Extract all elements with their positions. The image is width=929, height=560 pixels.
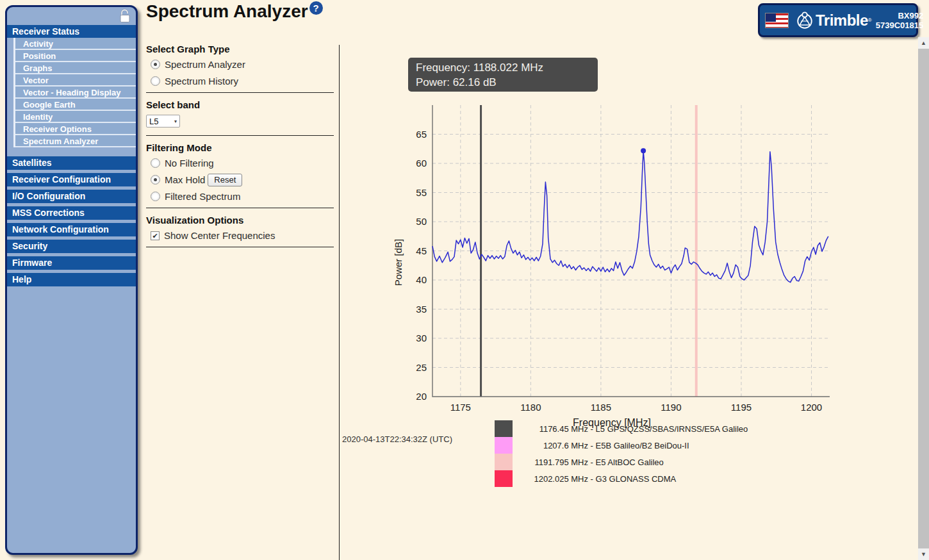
svg-text:Power [dB]: Power [dB] [393, 239, 404, 286]
svg-text:55: 55 [416, 187, 427, 198]
timestamp: 2020-04-13T22:34:32Z (UTC) [342, 434, 452, 444]
checkbox-row-show-center-frequencies[interactable]: ✔ Show Center Frequencies [151, 230, 334, 241]
svg-text:50: 50 [416, 216, 427, 227]
sidebar-section-receiver-status[interactable]: Receiver Status [7, 25, 136, 38]
radio-label: Spectrum Analyzer [165, 59, 245, 70]
legend-row: 1191.795 MHz - E5 AltBOC Galileo [495, 454, 748, 470]
sidebar-section-firmware[interactable]: Firmware [7, 256, 136, 270]
radio-row-no-filtering[interactable]: No Filtering [151, 158, 334, 169]
svg-text:1175: 1175 [450, 402, 471, 413]
legend-swatch-g3 [495, 470, 513, 487]
svg-text:25: 25 [416, 362, 427, 373]
svg-text:1195: 1195 [731, 402, 752, 413]
svg-text:65: 65 [416, 129, 427, 140]
scroll-up-icon[interactable]: ▲ [918, 37, 929, 49]
divider [146, 135, 334, 136]
registered-mark: ® [868, 17, 872, 23]
checkbox-show-center-frequencies[interactable]: ✔ [151, 231, 160, 240]
sidebar-item-identity[interactable]: Identity [15, 111, 136, 123]
legend-sep: - [588, 424, 596, 434]
svg-text:20: 20 [416, 391, 427, 402]
sidebar-item-receiver-options[interactable]: Receiver Options [15, 123, 136, 135]
filtering-title: Filtering Mode [146, 142, 334, 153]
reset-button[interactable]: Reset [208, 174, 242, 186]
visualization-title: Visualization Options [146, 215, 334, 226]
sidebar-menu: Receiver Status Activity Position Graphs… [7, 25, 136, 286]
legend-freq: 1191.795 MHz [518, 457, 588, 467]
sidebar-item-graphs[interactable]: Graphs [15, 62, 136, 74]
legend-freq: 1207.6 MHz [518, 441, 588, 450]
scroll-down-icon[interactable]: ▼ [918, 548, 929, 560]
brand-banner: Trimble® BX992 5739C01815 [758, 3, 918, 37]
chevron-down-icon: ▾ [174, 119, 177, 124]
checkbox-label: Show Center Frequencies [164, 230, 275, 241]
legend-freq: 1202.025 MHz [518, 474, 588, 484]
legend-name: E5 AltBOC Galileo [596, 457, 664, 467]
legend-name: E5B Galileo/B2 BeiDou-II [596, 441, 689, 450]
radio-no-filtering[interactable] [151, 158, 160, 168]
radio-label: Filtered Spectrum [165, 191, 240, 202]
sidebar-section-security[interactable]: Security [7, 240, 136, 253]
radio-row-spectrum-analyzer[interactable]: Spectrum Analyzer [151, 59, 334, 70]
sidebar-item-position[interactable]: Position [15, 50, 136, 62]
tooltip-frequency: Frequency: 1188.022 MHz [416, 60, 590, 75]
trimble-wordmark: Trimble [816, 12, 868, 29]
legend-row: 1207.6 MHz - E5B Galileo/B2 BeiDou-II [495, 437, 748, 454]
svg-text:1200: 1200 [801, 402, 822, 413]
sidebar-item-google-earth[interactable]: Google Earth [15, 99, 136, 111]
graph-type-title: Select Graph Type [146, 44, 334, 54]
sidebar: Receiver Status Activity Position Graphs… [5, 5, 138, 555]
page-title-text: Spectrum Analyzer [146, 1, 308, 21]
radio-max-hold[interactable] [151, 175, 160, 185]
device-id: BX992 5739C01815 [876, 11, 923, 30]
radio-row-max-hold[interactable]: Max Hold Reset [151, 174, 334, 185]
radio-label: No Filtering [165, 158, 214, 169]
vertical-scrollbar[interactable]: ▲ ▼ [918, 37, 929, 560]
radio-spectrum-history[interactable] [151, 76, 160, 86]
radio-spectrum-analyzer[interactable] [151, 60, 160, 69]
trimble-emblem-icon [795, 11, 814, 30]
svg-text:1185: 1185 [591, 402, 611, 413]
sidebar-item-spectrum-analyzer[interactable]: Spectrum Analyzer [15, 135, 136, 147]
sidebar-item-vector-heading-display[interactable]: Vector - Heading Display [15, 86, 136, 99]
legend-row: 1176.45 MHz - L5 GPS/QZSS/SBAS/IRNSS/E5A… [495, 420, 748, 437]
us-flag-icon [765, 13, 789, 28]
legend-swatch-e5-altboc [495, 454, 513, 470]
sidebar-section-network-configuration[interactable]: Network Configuration [7, 223, 136, 236]
svg-text:30: 30 [416, 333, 427, 343]
legend-sep: - [588, 457, 596, 467]
sidebar-section-satellites[interactable]: Satellites [7, 156, 136, 170]
controls-panel: Select Graph Type Spectrum Analyzer Spec… [146, 44, 334, 254]
lock-icon[interactable] [119, 9, 131, 26]
radio-label: Max Hold [165, 174, 205, 185]
receiver-status-submenu: Activity Position Graphs Vector Vector -… [13, 38, 136, 147]
legend-swatch-l5 [495, 420, 513, 437]
sidebar-section-mss-corrections[interactable]: MSS Corrections [7, 206, 136, 220]
svg-text:35: 35 [416, 304, 427, 315]
legend-sep: - [588, 441, 596, 450]
device-model: BX992 [876, 11, 923, 21]
divider [146, 92, 334, 93]
sidebar-item-activity[interactable]: Activity [15, 38, 136, 50]
sidebar-item-vector[interactable]: Vector [15, 74, 136, 86]
band-select[interactable]: L5 ▾ [146, 115, 180, 128]
radio-row-spectrum-history[interactable]: Spectrum History [151, 76, 334, 86]
help-icon[interactable]: ? [309, 1, 323, 15]
svg-text:40: 40 [416, 274, 427, 285]
radio-filtered-spectrum[interactable] [151, 192, 160, 201]
chart-legend: 1176.45 MHz - L5 GPS/QZSS/SBAS/IRNSS/E5A… [495, 420, 748, 487]
chart-tooltip: Frequency: 1188.022 MHz Power: 62.16 dB [408, 58, 598, 92]
radio-row-filtered-spectrum[interactable]: Filtered Spectrum [151, 191, 334, 202]
radio-label: Spectrum History [165, 76, 238, 86]
sidebar-section-help[interactable]: Help [7, 273, 136, 286]
device-serial: 5739C01815 [876, 21, 923, 30]
band-title: Select band [146, 99, 334, 110]
sidebar-section-receiver-configuration[interactable]: Receiver Configuration [7, 173, 136, 186]
tooltip-power: Power: 62.16 dB [416, 75, 590, 90]
divider [146, 247, 334, 247]
legend-freq: 1176.45 MHz [518, 424, 588, 434]
legend-row: 1202.025 MHz - G3 GLONASS CDMA [495, 470, 748, 487]
svg-text:45: 45 [416, 245, 427, 256]
legend-name: G3 GLONASS CDMA [596, 474, 677, 484]
sidebar-section-io-configuration[interactable]: I/O Configuration [7, 190, 136, 203]
